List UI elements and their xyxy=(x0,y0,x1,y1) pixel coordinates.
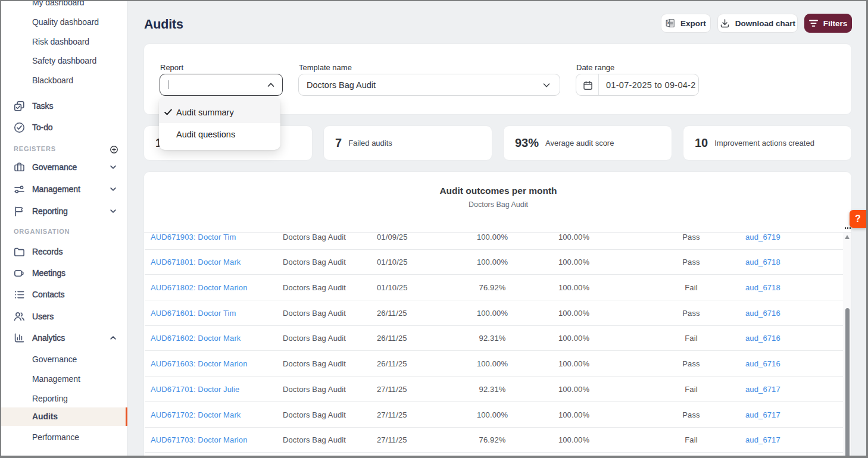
svg-text:X: X xyxy=(667,21,670,25)
